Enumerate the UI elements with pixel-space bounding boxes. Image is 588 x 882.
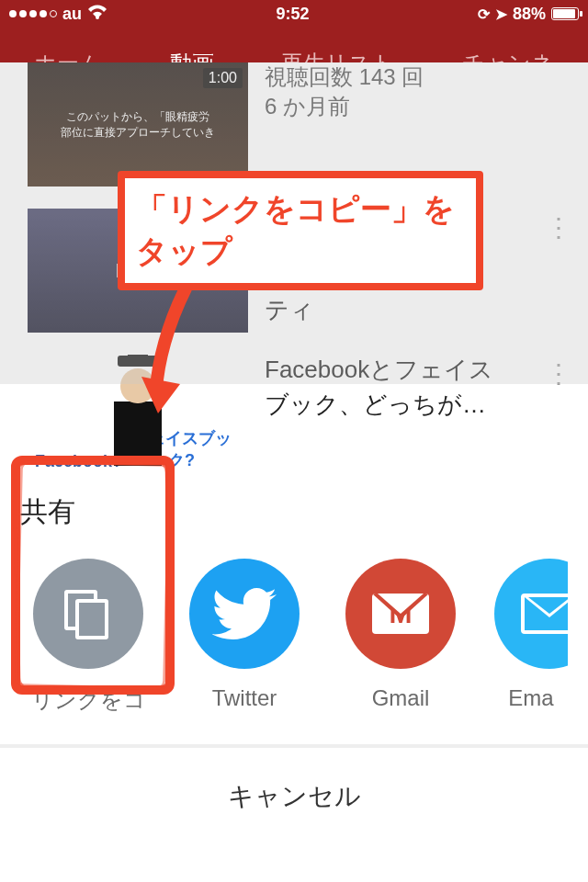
rotation-lock-icon: ⟳	[478, 6, 490, 23]
video-title: Facebookとフェイス	[265, 355, 522, 386]
signal-dots-icon	[9, 10, 57, 17]
battery-icon	[551, 7, 579, 20]
twitter-icon	[189, 559, 300, 669]
clock: 9:52	[276, 5, 309, 24]
gmail-icon: M	[345, 559, 456, 669]
video-age: 6 か月前	[265, 92, 579, 121]
annotation-callout: 「リンクをコピー」をタップ	[118, 171, 483, 290]
email-icon	[494, 559, 568, 669]
video-meta: Facebookとフェイス ブック、どっちが…	[265, 355, 522, 424]
battery-pct: 88%	[513, 5, 546, 24]
video-thumbnail[interactable]: Facebook? フェイスブック?	[28, 355, 248, 479]
status-bar: au 9:52 ⟳ ➤ 88%	[0, 0, 588, 28]
location-icon: ➤	[495, 6, 507, 23]
status-right: ⟳ ➤ 88%	[478, 5, 579, 24]
share-email[interactable]: Ema	[494, 559, 568, 711]
share-copy-link[interactable]: リンクをコ	[26, 559, 151, 715]
more-menu-icon[interactable]: ⋮	[538, 209, 579, 246]
more-menu-icon[interactable]: ⋮	[538, 355, 579, 392]
person-illustration	[110, 368, 165, 479]
carrier-label: au	[62, 5, 82, 24]
video-title-cont: ティ	[265, 295, 522, 326]
status-left: au	[9, 5, 107, 24]
share-options-row[interactable]: リンクをコ Twitter M Gmail	[20, 559, 568, 715]
share-sheet: 共有 リンクをコ Twitter M	[0, 477, 588, 845]
cancel-button[interactable]: キャンセル	[0, 748, 588, 845]
content-area: このパットから、「眼精疲労 部位に直接アプローチしていき 1:00 視聴回数 1…	[0, 62, 588, 845]
wifi-icon	[87, 5, 107, 24]
video-views: 視聴回数 143 回	[265, 62, 579, 92]
copy-link-icon	[33, 559, 143, 669]
duration-badge: 1:00	[203, 68, 243, 88]
video-thumbnail[interactable]: このパットから、「眼精疲労 部位に直接アプローチしていき 1:00	[28, 62, 248, 187]
video-title-cont: ブック、どっちが…	[265, 390, 522, 421]
share-twitter[interactable]: Twitter	[182, 559, 307, 711]
share-title: 共有	[20, 493, 568, 531]
video-row[interactable]: Facebook? フェイスブック? Facebookとフェイス ブック、どっち…	[0, 344, 588, 490]
share-gmail[interactable]: M Gmail	[338, 559, 463, 711]
video-meta: 視聴回数 143 回 6 か月前	[265, 62, 579, 121]
